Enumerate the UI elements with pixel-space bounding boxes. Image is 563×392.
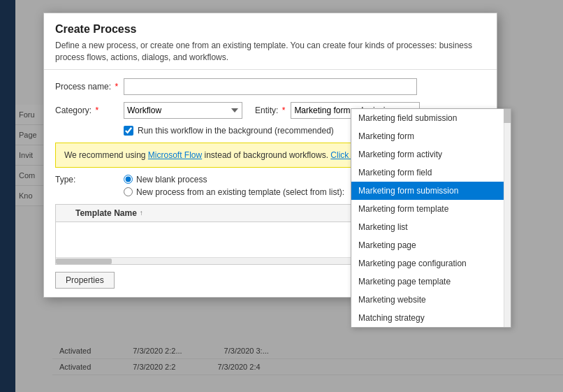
- dropdown-item-7[interactable]: Marketing page: [351, 236, 511, 254]
- template-name-col-label: Template Name: [75, 208, 137, 218]
- dropdown-scrollbar[interactable]: [504, 109, 511, 327]
- dropdown-item-0[interactable]: Marketing field submission: [351, 109, 511, 127]
- properties-button[interactable]: Properties: [55, 272, 115, 289]
- dropdown-item-6[interactable]: Marketing list: [351, 218, 511, 236]
- template-process-label: New process from an existing template (s…: [136, 187, 344, 197]
- entity-required-star: *: [282, 106, 286, 115]
- process-name-label: Process name: *: [55, 82, 118, 92]
- radio-blank-process: New blank process: [124, 175, 344, 184]
- scrollbar-thumb: [56, 259, 112, 264]
- dropdown-scroll-thumb: [504, 109, 511, 123]
- dropdown-item-9[interactable]: Marketing page template: [351, 273, 511, 291]
- process-name-input[interactable]: [124, 78, 417, 95]
- dropdown-item-8[interactable]: Marketing page configuration: [351, 254, 511, 273]
- type-options: New blank process New process from an ex…: [124, 175, 344, 197]
- process-name-row: Process name: *: [55, 78, 485, 95]
- microsoft-flow-link[interactable]: Microsoft Flow: [148, 150, 202, 160]
- dialog-title: Create Process: [55, 23, 485, 36]
- blank-process-radio[interactable]: [124, 175, 133, 184]
- checkbox-label: Run this workflow in the background (rec…: [138, 126, 334, 136]
- template-name-column: Template Name ↑: [61, 208, 374, 218]
- warning-text-middle: instead of background workflows.: [205, 150, 331, 160]
- radio-template-process: New process from an existing template (s…: [124, 187, 344, 197]
- category-select[interactable]: Workflow: [124, 102, 242, 119]
- dropdown-item-10[interactable]: Marketing website: [351, 291, 511, 309]
- category-required-star: *: [95, 106, 98, 115]
- template-process-radio[interactable]: [124, 187, 133, 196]
- dropdown-item-3[interactable]: Marketing form field: [351, 164, 511, 182]
- type-label: Type:: [55, 175, 118, 184]
- dropdown-item-11[interactable]: Matching strategy: [351, 309, 511, 327]
- entity-label: Entity: *: [255, 106, 285, 115]
- dialog-description: Define a new process, or create one from…: [55, 40, 485, 64]
- blank-process-label: New blank process: [136, 175, 207, 184]
- warning-text-before: We recommend using: [64, 150, 148, 160]
- required-star: *: [115, 82, 118, 92]
- dropdown-item-2[interactable]: Marketing form activity: [351, 145, 511, 164]
- dialog-header: Create Process Define a new process, or …: [44, 13, 497, 70]
- dropdown-item-5[interactable]: Marketing form template: [351, 200, 511, 218]
- entity-dropdown-list: Marketing field submission Marketing for…: [351, 108, 511, 328]
- dropdown-item-4[interactable]: Marketing form submission: [351, 182, 511, 200]
- background-workflow-checkbox[interactable]: [124, 126, 133, 136]
- sort-asc-icon: ↑: [140, 209, 143, 217]
- category-label: Category: *: [55, 106, 118, 115]
- dropdown-item-1[interactable]: Marketing form: [351, 127, 511, 145]
